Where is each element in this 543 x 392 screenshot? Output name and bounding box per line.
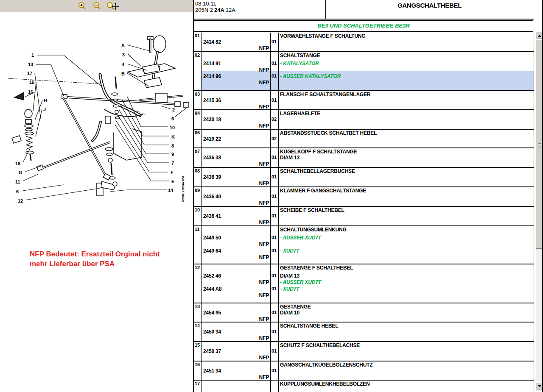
table-row[interactable]: 16 2451 34 NFP 01 GANGSCHALTKUGELBOLZENS… <box>194 361 534 381</box>
quantity: 01 <box>272 61 277 66</box>
part-description: GANGSCHALTKUGELBOLZENSCHUTZ <box>280 362 372 368</box>
column-divider <box>201 33 202 51</box>
nfp-note-line2: mehr Lieferbar über PSA <box>30 259 182 269</box>
drawing-reference-caption: 62/92 2C24A12A <box>181 175 185 202</box>
nfp-flag: NFP <box>233 45 269 51</box>
quantity: 01 <box>272 155 277 160</box>
table-row[interactable]: 04 2430 18 NFP 02 LAGERHAELFTE <box>194 110 534 130</box>
quantity: 01 <box>272 310 277 315</box>
part-description: GESTAENGE F SCHALTHEBEL <box>280 265 353 271</box>
header-meta: 08.10.11 205N 224A12A <box>194 0 326 19</box>
ref-number: 11 <box>195 227 199 232</box>
vertical-scrollbar[interactable] <box>536 32 543 391</box>
table-row[interactable]: 09 2436 40 NFP 01 KLAMMER F GANGSCHALTST… <box>194 187 534 207</box>
part-description: SCHALTSTANGE <box>280 53 320 58</box>
scrollbar-thumb[interactable] <box>536 39 543 249</box>
diagram-callout: 13 <box>28 62 33 67</box>
nfp-flag: NFP <box>233 355 269 361</box>
part-description: KLAMMER F GANGSCHALTSTANGE <box>280 188 366 194</box>
column-divider <box>201 226 202 264</box>
scroll-down-button[interactable] <box>536 382 543 389</box>
part-number: 2449 50 <box>203 235 221 241</box>
nfp-flag: NFP <box>233 200 269 206</box>
scroll-up-button[interactable] <box>536 32 543 39</box>
column-divider <box>201 91 202 109</box>
column-divider <box>201 361 202 380</box>
quantity: 01 <box>272 248 277 253</box>
table-row[interactable]: 01 2414 82 NFP 01 VORWAEHLSTANGE F SCHAL… <box>194 33 534 52</box>
down-arrow-icon <box>538 385 541 387</box>
quantity: 01 <box>272 348 277 353</box>
column-divider <box>270 226 271 264</box>
quantity: 01 <box>272 194 277 199</box>
part-number: 2452 46 <box>203 273 221 279</box>
diagram-callout: 4 <box>122 62 125 67</box>
part-description: FLANSCH F SCHALTSTANGENLAGER <box>280 92 370 97</box>
diagram-callout: E <box>171 179 174 184</box>
column-divider <box>201 130 202 147</box>
exploded-parts-drawing[interactable]: 1 13 17 15 16 H J 18 G 11 6 12 A 3 4 B 2… <box>0 13 193 237</box>
table-row[interactable]: 15 2450 37 NFP 01 SCHUTZ F SCHALTHEBELAC… <box>194 342 534 361</box>
table-row[interactable]: 12 GESTAENGE F SCHALTHEBEL 2452 46 01 DI… <box>194 264 534 303</box>
ref-number: 16 <box>195 362 200 367</box>
variant-note: - AUSSER KATALYSATOR <box>280 73 341 79</box>
ref-number: 10 <box>195 207 200 212</box>
column-divider <box>278 168 279 186</box>
section-subtitle: BE3 UND SCHALTGETRIEBE BE3R <box>194 20 533 32</box>
nfp-flag: NFP <box>233 279 269 285</box>
column-divider <box>270 342 271 361</box>
zoom-out-icon[interactable] <box>92 1 102 11</box>
nfp-flag: NFP <box>233 241 269 247</box>
part-number: 2436 41 <box>203 213 221 219</box>
quantity: 01 <box>272 329 277 334</box>
column-divider <box>278 303 279 322</box>
variant-note: - XUD7T <box>280 286 299 292</box>
variant-note: - KATALYSATOR <box>280 61 319 67</box>
catalog-code: 205N 224A12A <box>195 7 325 13</box>
quantity: 01 <box>272 286 277 291</box>
part-description: SCHEIBE F SCHALTHEBEL <box>280 207 344 213</box>
table-row[interactable]: 11 SCHALTUNGSUMLENKUNG 2449 50 01 - AUSS… <box>194 226 534 264</box>
part-number: 2414 96 <box>203 73 221 79</box>
table-row[interactable]: 03 2415 36 NFP 01 FLANSCH F SCHALTSTANGE… <box>194 91 534 110</box>
table-row[interactable]: 02 SCHALTSTANGE 2414 91 01 - KATALYSATOR… <box>194 52 534 91</box>
column-divider <box>270 187 271 206</box>
column-divider <box>201 187 202 206</box>
table-row[interactable]: 14 2450 34 NFP 01 SCHALTSTANGE HEBEL <box>194 322 534 342</box>
column-divider <box>270 110 271 129</box>
table-row[interactable]: 06 2419 22 02 ABSTANDSSTUECK SCHALTBET H… <box>194 130 534 148</box>
column-divider <box>201 322 202 341</box>
table-row[interactable]: 17 KUPPLUNGSUMLENKHEBELBOLZEN <box>194 381 534 392</box>
part-number: 2414 82 <box>203 39 221 45</box>
part-number: 2454 95 <box>203 310 221 316</box>
column-divider <box>270 52 271 90</box>
part-number: 2430 18 <box>203 117 221 122</box>
ref-number: 09 <box>195 188 200 193</box>
column-divider <box>278 207 279 225</box>
quantity: 01 <box>272 39 277 44</box>
diagram-callout: 2 <box>172 107 175 112</box>
column-divider <box>270 381 271 392</box>
dimension-note: DIAM 10 <box>280 310 299 316</box>
column-divider <box>201 110 202 129</box>
column-divider <box>270 148 271 167</box>
column-divider <box>270 322 271 341</box>
quantity: 01 <box>272 368 277 373</box>
diagram-callout: 11 <box>15 179 20 184</box>
table-row[interactable]: 13 2454 95 NFP 01 GESTAENGE DIAM 10 <box>194 303 534 322</box>
quantity: 02 <box>272 117 277 122</box>
nfp-flag: NFP <box>233 335 269 341</box>
zoom-in-icon[interactable] <box>77 1 87 11</box>
quantity: 01 <box>272 97 277 103</box>
column-divider <box>201 168 202 186</box>
code-suffix: 12A <box>226 7 235 13</box>
part-description: LAGERHAELFTE <box>280 111 320 117</box>
part-number: 2444 A8 <box>203 286 222 292</box>
table-row[interactable]: 07 2436 38 NFP 01 KUGELKOPF F SCHALTSTAN… <box>194 148 534 168</box>
table-row[interactable]: 08 2436 39 NFP 01 SCHALTHEBELLAGERBUCHSE <box>194 168 534 187</box>
column-divider <box>201 52 202 90</box>
table-row[interactable]: 10 2436 41 NFP 01 SCHEIBE F SCHALTHEBEL <box>194 207 534 226</box>
zoom-pan-icon[interactable] <box>106 1 119 11</box>
diagram-callout: 10 <box>170 125 175 130</box>
part-description: VORWAEHLSTANGE F SCHALTUNG <box>280 33 365 39</box>
